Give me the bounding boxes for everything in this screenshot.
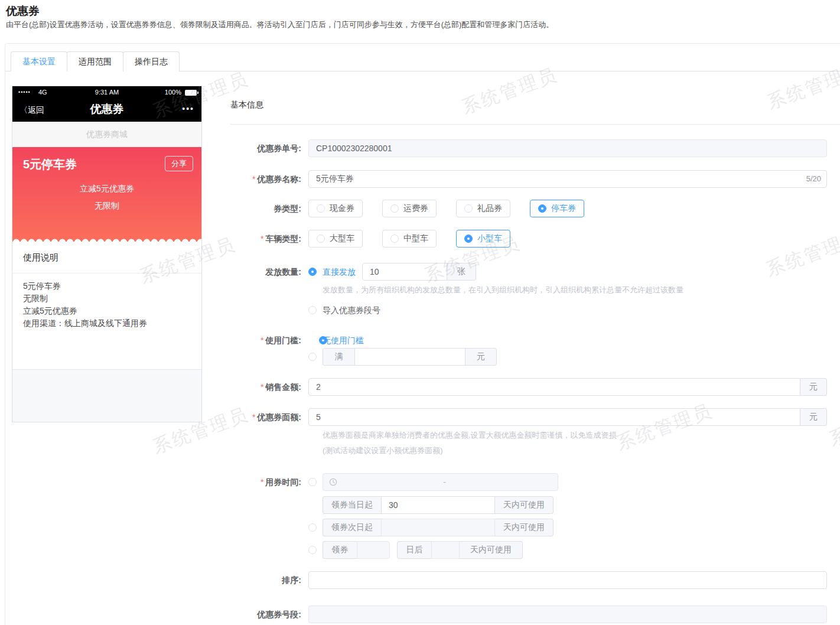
phone-navbar: 〈返回 优惠券 •••: [12, 98, 201, 122]
usage-instructions-header: 使用说明: [12, 242, 201, 274]
face-value-helper-1: 优惠券面额是商家单独给消费者的优惠金额,设置大额优惠金额时需谨慎，以免造成资损: [323, 430, 617, 441]
phone-page-title: 优惠券: [12, 98, 201, 122]
char-counter: 5/20: [806, 170, 821, 188]
after-mid: 日后: [397, 541, 431, 559]
segment-input: [308, 606, 827, 623]
face-value-label: *优惠券面额:: [230, 408, 301, 426]
more-menu-icon[interactable]: •••: [182, 98, 194, 122]
coupon-settings-page: 优惠券 由平台(总部)设置优惠券活动，设置优惠券券信息、领券限制及适用商品。将活…: [0, 0, 840, 625]
use-time-label: *用券时间:: [230, 473, 301, 491]
detail-line: 使用渠道：线上商城及线下通用券: [23, 317, 201, 330]
threshold-none-label[interactable]: 无使用门槛: [323, 331, 364, 349]
coupon-mall-link[interactable]: 优惠券商城: [12, 122, 201, 147]
use-time-after-group-a: 领券: [323, 541, 390, 559]
threshold-amount-input[interactable]: [354, 348, 465, 366]
range-separator: -: [337, 477, 552, 487]
issue-qty-helper: 发放数量，为所有组织机构的发放总数量，在引入到组织机构时，引入组织机构累计总量不…: [323, 285, 683, 295]
required-asterisk: *: [252, 174, 255, 184]
required-asterisk: *: [261, 477, 263, 487]
sale-amount-input[interactable]: [308, 378, 800, 396]
use-time-range-picker[interactable]: -: [323, 473, 558, 491]
vehicle-type-option-medium[interactable]: 中型车: [382, 230, 437, 248]
radio-icon: [390, 204, 399, 213]
issue-direct-radio[interactable]: [308, 268, 317, 276]
threshold-label: *使用门槛:: [230, 331, 301, 349]
tab-basic-settings[interactable]: 基本设置: [11, 51, 67, 71]
coupon-details-text: 5元停车券 无限制 立减5元优惠券 使用渠道：线上商城及线下通用券: [12, 274, 201, 370]
use-time-range-radio[interactable]: [308, 478, 317, 486]
tab-applicable-scope[interactable]: 适用范围: [67, 51, 123, 71]
use-time-after-radio[interactable]: [308, 546, 317, 554]
detail-line: 5元停车券: [23, 280, 201, 292]
coupon-card-preview: 5元停车券 分享 立减5元优惠券 无限制: [12, 147, 201, 242]
coupon-type-option-parking[interactable]: 停车券: [530, 200, 584, 217]
coupon-name-label: *优惠券名称:: [230, 170, 301, 188]
nextday-days-input[interactable]: [381, 519, 495, 536]
use-time-nextday-radio[interactable]: [308, 523, 317, 532]
issue-import-radio[interactable]: [308, 306, 317, 314]
detail-line: 无限制: [23, 292, 201, 305]
sameday-days-input[interactable]: [381, 496, 495, 514]
required-asterisk: *: [261, 336, 263, 345]
issue-import-label[interactable]: 导入优惠券段号: [323, 301, 380, 319]
page-title: 优惠券: [6, 4, 40, 19]
page-description: 由平台(总部)设置优惠券活动，设置优惠券券信息、领券限制及适用商品。将活动引入至…: [6, 19, 554, 30]
phone-preview: ••••• 4G 9:31 AM 100% 〈返回 优惠券 ••• 优惠券商城 …: [12, 86, 202, 422]
sameday-suffix: 天内可使用: [495, 496, 554, 514]
radio-icon: [390, 235, 399, 243]
vehicle-type-option-small[interactable]: 小型车: [456, 230, 510, 248]
coupon-name-preview: 5元停车券: [23, 157, 77, 172]
face-value-unit: 元: [800, 408, 827, 426]
required-asterisk: *: [261, 382, 263, 392]
clock-icon: [329, 478, 337, 486]
detail-line: 立减5元优惠券: [23, 305, 201, 317]
coupon-no-input: [308, 139, 827, 157]
phone-footer-area: [12, 370, 201, 422]
coupon-type-option-gift[interactable]: 礼品券: [456, 200, 510, 217]
sale-amount-label: *销售金额:: [230, 378, 301, 396]
required-asterisk: *: [252, 412, 255, 422]
coupon-name-input[interactable]: [308, 170, 827, 188]
tab-operation-log[interactable]: 操作日志: [123, 51, 180, 71]
face-value-input[interactable]: [308, 408, 800, 426]
battery-icon: [185, 90, 197, 96]
share-button[interactable]: 分享: [165, 156, 193, 171]
coupon-limit-preview: 无限制: [12, 201, 201, 211]
required-asterisk: *: [261, 234, 263, 243]
threshold-suffix: 元: [465, 348, 497, 366]
after-prefix: 领券: [323, 541, 357, 559]
threshold-amount-radio[interactable]: [308, 353, 317, 361]
coupon-type-option-freight[interactable]: 运费券: [382, 200, 437, 217]
after-days-input-1[interactable]: [357, 541, 390, 559]
nextday-suffix: 天内可使用: [495, 519, 554, 536]
sort-label: 排序:: [230, 571, 301, 589]
after-days-input-2[interactable]: [431, 541, 460, 559]
radio-icon: [464, 204, 473, 213]
radio-icon: [317, 235, 325, 243]
use-time-after-group-b: 日后 天内可使用: [397, 541, 523, 559]
radio-selected-icon: [538, 204, 546, 213]
coupon-no-label: 优惠券单号:: [230, 139, 301, 157]
battery-percent: 100%: [165, 89, 181, 96]
sameday-prefix: 领券当日起: [323, 496, 381, 514]
vehicle-type-option-large[interactable]: 大型车: [308, 230, 363, 248]
issue-qty-input[interactable]: [362, 263, 447, 281]
issue-qty-label: 发放数量:: [230, 263, 301, 281]
vehicle-type-label: *车辆类型:: [230, 230, 301, 248]
issue-qty-group: 张: [362, 263, 476, 281]
radio-selected-icon: [464, 235, 473, 243]
issue-qty-unit: 张: [447, 263, 476, 281]
threshold-amount-group: 满 元: [323, 348, 497, 366]
threshold-prefix: 满: [323, 348, 354, 366]
phone-statusbar: ••••• 4G 9:31 AM 100% 〈返回 优惠券 •••: [12, 86, 201, 122]
use-time-nextday-group: 领券次日起 天内可使用: [323, 519, 554, 536]
tab-bar: 基本设置 适用范围 操作日志: [5, 51, 840, 71]
sale-amount-group: 元: [308, 378, 827, 396]
issue-direct-label[interactable]: 直接发放: [323, 263, 356, 281]
coupon-type-option-cash[interactable]: 现金券: [308, 200, 363, 217]
coupon-subtitle-preview: 立减5元优惠券: [12, 184, 201, 194]
sort-input[interactable]: [308, 571, 827, 589]
coupon-type-label: 券类型:: [230, 200, 301, 217]
face-value-group: 元: [308, 408, 827, 426]
section-divider: [230, 124, 840, 125]
